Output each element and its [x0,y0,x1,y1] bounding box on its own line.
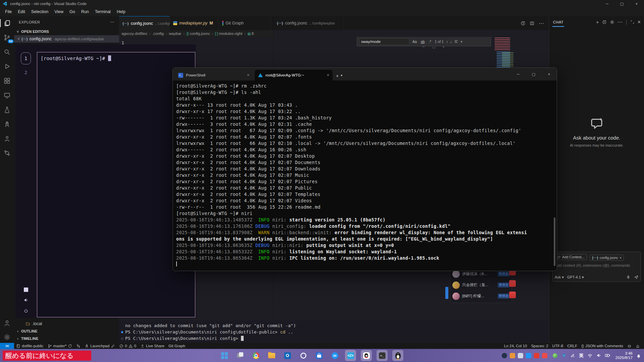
menu-item-run[interactable]: Run [78,8,92,15]
activity-accounts-icon[interactable] [3,319,11,327]
gear-icon[interactable] [610,20,614,24]
git-graph-item[interactable]: Git Graph [166,343,187,349]
workspace-1[interactable]: 1 [21,52,31,64]
power-icon[interactable] [23,308,29,313]
tab-mediaplayer-py[interactable]: mediaplayer.py M [170,16,219,30]
close-icon[interactable]: × [460,40,462,44]
activity-testing-icon[interactable] [3,105,11,114]
breadcrumb-item-config-jsonc[interactable]: {} config.jsonc [187,32,210,36]
live-share-item[interactable]: Live Share [138,343,166,349]
branch-item[interactable]: master* [46,343,75,349]
notifications-bell[interactable] [634,343,642,349]
breadcrumb-item-waybar[interactable]: waybar [169,32,181,36]
outline-section[interactable]: › OUTLINE [14,327,119,335]
context-file-chip[interactable]: {···} config.jsonc × [590,255,624,261]
ime-language-indicator[interactable]: 英 [579,353,584,358]
expand-icon[interactable] [630,20,635,24]
breadcrumb-item-modules-right[interactable]: [ ] modules-right [215,32,242,36]
activity-remote-explorer-icon[interactable] [3,91,11,100]
remote-indicator[interactable]: >< [0,343,14,349]
activity-launchpad-icon[interactable] [3,120,11,128]
menu-item-terminal[interactable]: Terminal [92,8,114,15]
notifications-bell-icon[interactable] [636,353,641,358]
windows-terminal-icon[interactable]: >_ [377,350,388,361]
add-context-button[interactable]: Add Context... [555,254,587,260]
tab-git-graph[interactable]: Git Graph [219,16,271,30]
menu-item-selection[interactable]: Selection [28,8,51,15]
maximize-button[interactable]: ▢ [614,0,629,7]
qq-member-row[interactable]: 只会摆烂（复...管理员 [452,279,509,291]
launchpad-item[interactable]: Launchpad [83,343,117,349]
thunder-tray-icon[interactable] [526,353,531,358]
steam-tray-icon[interactable] [502,353,507,358]
niri-winit-window[interactable]: 12 [root@SilverAg-WTG ~]# [15,44,196,318]
qq-tray-icon[interactable] [542,353,547,358]
close-icon[interactable]: × [620,256,622,260]
eol[interactable]: CRLF [565,343,579,349]
windows-terminal-window[interactable]: >_ PowerShell × root@SilverAg-WTG:~ × + … [172,67,557,271]
copilot-icon[interactable] [625,343,634,349]
timeline-history-icon[interactable] [521,21,526,26]
tab-dropdown-icon[interactable]: ▾ [341,73,342,77]
activity-search-icon[interactable] [3,48,11,56]
tree-item-local[interactable]: .local [14,320,119,327]
ms-store-icon[interactable] [313,350,325,361]
match-case-toggle[interactable]: Aa [411,39,418,44]
activity-manage-gear-icon[interactable] [3,333,11,342]
terminal-output[interactable]: [root@SilverAg-WTG ~]# rm .zshrc[root@Si… [173,81,557,270]
find-next-button[interactable]: ↓ [450,40,452,44]
maximize-button[interactable]: ▢ [526,68,541,81]
activity-docker-icon[interactable] [3,149,11,157]
vscode-titlebar[interactable]: config.jsonc - niri config - Visual Stud… [0,0,644,7]
battery-icon[interactable] [605,353,610,358]
menu-item-view[interactable]: View [51,8,66,15]
language-mode[interactable]: {}JSON with Comments [579,343,625,349]
arc-browser-icon[interactable] [298,350,309,361]
close-icon[interactable]: × [327,73,329,77]
tab-config-jsonc-waybar[interactable]: {···} config.jsonc ...\config\waybar [273,16,344,30]
volume-icon[interactable] [23,298,29,303]
workspace-2[interactable]: 2 [21,66,31,79]
terminal-titlebar[interactable]: >_ PowerShell × root@SilverAg-WTG:~ × + … [173,68,557,81]
start-button[interactable] [219,350,230,361]
chat-history-icon[interactable] [602,20,607,24]
integrated-terminal-panel[interactable]: no changes added to commit (use "git add… [119,320,549,343]
qq-member-row[interactable]: [BØT] 柠檬...管理员 [452,291,509,302]
thunder-icon[interactable]: ≫ [329,350,340,361]
defender-shield-icon[interactable] [561,353,567,358]
qq-scrollbar[interactable] [445,287,448,299]
close-button[interactable]: × [629,0,644,7]
whole-word-toggle[interactable]: ab [420,39,426,44]
find-previous-button[interactable]: ↑ [446,40,448,44]
vscode-icon[interactable]: </> [345,350,356,361]
breadcrumb-item-8[interactable]: ▤ 8 [247,32,254,36]
microphone-icon[interactable] [626,275,631,279]
qq-icon[interactable] [361,350,372,361]
netease-music-tray-icon[interactable] [534,353,539,358]
timeline-section[interactable]: › TIMELINE [14,335,119,342]
foot-terminal[interactable]: [root@SilverAg-WTG ~]# [37,52,195,317]
tab-config-jsonc[interactable]: {···} config.jsonc ...\.config\... × [119,16,170,30]
minimize-button[interactable]: ─ [510,68,526,81]
find-input[interactable]: sway/mode [359,38,409,45]
netcafe-tray-icon[interactable] [552,353,558,358]
activity-live-share-icon[interactable] [3,134,11,143]
close-icon[interactable]: × [17,37,20,41]
terminal-scrollbar[interactable] [554,217,555,266]
taskbar-clock[interactable]: 3:46 2025/8/17 [615,351,633,360]
task-view-button[interactable] [235,350,246,361]
close-button[interactable]: × [541,68,557,81]
find-in-selection-icon[interactable] [454,39,458,44]
model-select[interactable]: GPT-4.1 ▾ [567,275,584,279]
compare-item[interactable] [74,343,83,349]
menu-item-go[interactable]: Go [66,8,78,15]
menu-item-edit[interactable]: Edit [15,8,28,15]
open-editors-section[interactable]: ˅ OPEN EDITORS [14,28,119,35]
minimize-button[interactable]: ─ [600,0,614,7]
linux-tux-icon[interactable] [392,350,403,361]
new-tab-button[interactable]: + [336,73,339,79]
menu-item-help[interactable]: Help [114,8,129,15]
volume-icon[interactable] [596,353,602,358]
cursor-position[interactable]: Ln 24, Col 10 [502,343,529,349]
tray-icon-orange[interactable] [510,353,515,358]
